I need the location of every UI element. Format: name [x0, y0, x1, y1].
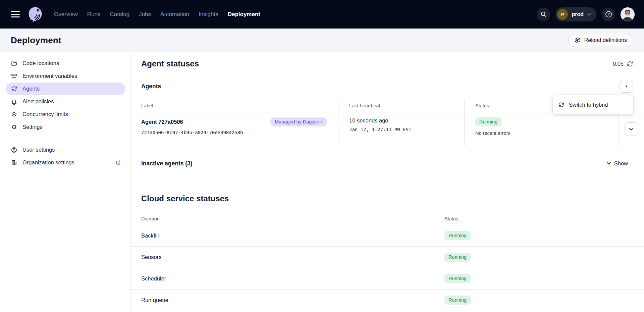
sidebar-item-concurrency-limits[interactable]: Concurrency limits: [6, 108, 125, 120]
countdown-value: 0:05: [613, 61, 624, 67]
daemon-name: Sensors: [130, 247, 439, 268]
sidebar-item-label: Environment variables: [22, 73, 77, 79]
user-avatar[interactable]: [621, 7, 635, 21]
daemon-name: Scheduler: [130, 268, 439, 289]
refresh-icon[interactable]: [627, 61, 633, 67]
deployment-initial-badge: P: [557, 9, 568, 20]
nav-item-insights[interactable]: Insights: [199, 11, 218, 18]
agent-uuid: 727a0506-8c97-4b95-a024-70ee3984258b: [141, 130, 338, 135]
help-button[interactable]: ?: [602, 8, 615, 21]
deployment-sidebar: Code locations *** Environment variables: [0, 52, 130, 312]
status-badge: Running: [444, 253, 471, 262]
cloud-services-table: Daemon Status Backfill Running Sensors R…: [130, 212, 644, 311]
folder-icon: [11, 60, 17, 66]
sidebar-item-label: Code locations: [22, 60, 59, 66]
agent-sync-icon: [558, 102, 564, 108]
nav-item-overview[interactable]: Overview: [54, 11, 78, 18]
status-badge: Running: [444, 296, 471, 305]
column-header-status: Status: [439, 212, 644, 225]
primary-nav: Overview Runs Catalog Jobs Automation In…: [54, 11, 260, 18]
agents-section-title: Agents: [141, 83, 161, 90]
sidebar-item-alert-policies[interactable]: Alert policies: [6, 95, 125, 108]
sidebar-item-label: User settings: [22, 147, 55, 153]
agent-sync-icon: [11, 86, 17, 92]
agents-actions-dropdown-button[interactable]: ▾: [620, 80, 633, 93]
table-row: Sensors Running: [130, 247, 644, 268]
top-nav: Overview Runs Catalog Jobs Automation In…: [0, 0, 644, 29]
caret-down-icon: ▾: [625, 84, 627, 89]
nav-item-runs[interactable]: Runs: [87, 11, 101, 18]
sidebar-item-code-locations[interactable]: Code locations: [6, 57, 125, 69]
heartbeat-timestamp: Jan 17, 1:27:11 PM EST: [349, 127, 464, 132]
agent-name: Agent 727a0506: [141, 119, 183, 125]
sidebar-item-label: Organization settings: [22, 159, 74, 166]
sidebar-item-label: Settings: [22, 124, 43, 130]
agent-statuses-title: Agent statuses: [141, 59, 199, 68]
nav-item-automation[interactable]: Automation: [160, 11, 189, 18]
column-header-daemon: Daemon: [130, 212, 439, 225]
menu-item-label: Switch to hybrid: [569, 102, 608, 108]
refresh-countdown: 0:05: [613, 61, 633, 67]
bell-icon: [11, 99, 17, 105]
asterisks-icon: ***: [11, 73, 17, 79]
status-badge: Running: [444, 274, 471, 283]
nav-right-cluster: P prod ?: [537, 7, 635, 21]
menu-item-switch-to-hybrid[interactable]: Switch to hybrid: [553, 97, 633, 112]
nav-item-catalog[interactable]: Catalog: [110, 11, 130, 18]
nav-item-jobs[interactable]: Jobs: [139, 11, 151, 18]
reload-package-icon: [575, 37, 581, 44]
status-note: No recent errors: [475, 131, 619, 136]
status-badge: Running: [475, 117, 501, 126]
building-icon: [11, 160, 17, 166]
status-badge: Running: [444, 231, 471, 240]
help-icon: ?: [605, 11, 612, 18]
daemon-name: Run queue: [130, 290, 439, 311]
table-row: Backfill Running: [130, 225, 644, 247]
sidebar-item-label: Concurrency limits: [22, 111, 68, 117]
search-button[interactable]: [537, 8, 550, 21]
gear-icon: ⚙: [11, 124, 17, 130]
page-header: Deployment Reload definitions: [0, 29, 644, 52]
layers-icon: [11, 111, 17, 117]
heartbeat-relative: 10 seconds ago: [349, 117, 464, 124]
cloud-table-header: Daemon Status: [130, 212, 644, 225]
table-row: Scheduler Running: [130, 268, 644, 290]
sidebar-item-agents[interactable]: Agents: [6, 83, 125, 95]
column-header-last-heartbeat: Last heartbeat: [338, 99, 465, 112]
reload-definitions-label: Reload definitions: [584, 37, 627, 43]
search-icon: [540, 11, 547, 17]
svg-text:***: ***: [11, 73, 17, 78]
user-circle-icon: [11, 147, 17, 153]
chevron-down-icon: [607, 162, 611, 165]
table-row: Run queue Running: [130, 290, 644, 311]
sidebar-item-user-settings[interactable]: User settings: [6, 144, 125, 156]
agent-row: Agent 727a0506 Managed by Dagster+ 727a0…: [130, 112, 644, 146]
show-label: Show: [614, 160, 628, 167]
inactive-agents-show-toggle[interactable]: Show: [607, 160, 628, 167]
deployment-name: prod: [572, 11, 584, 17]
daemon-name: Backfill: [130, 225, 439, 246]
chevron-down-icon: [629, 128, 634, 131]
column-header-label: Label: [130, 99, 338, 112]
sidebar-item-label: Agents: [22, 86, 40, 92]
svg-text:?: ?: [607, 12, 610, 16]
agent-row-expand-button[interactable]: [625, 122, 638, 136]
nav-item-deployment[interactable]: Deployment: [228, 11, 260, 18]
sidebar-item-label: Alert policies: [22, 98, 54, 105]
reload-definitions-button[interactable]: Reload definitions: [568, 34, 633, 47]
cloud-service-statuses-title: Cloud service statuses: [141, 194, 644, 203]
page-title: Deployment: [11, 35, 61, 46]
sidebar-divider: [6, 138, 125, 138]
chevron-down-icon: [587, 13, 591, 16]
deployment-switcher[interactable]: P prod: [555, 7, 596, 21]
hamburger-menu-icon[interactable]: [11, 11, 20, 18]
agents-actions-menu: Switch to hybrid: [553, 95, 633, 114]
sidebar-item-organization-settings[interactable]: Organization settings: [6, 156, 125, 169]
dagster-logo-icon[interactable]: [26, 6, 44, 23]
managed-by-dagster-badge: Managed by Dagster+: [270, 117, 327, 126]
sidebar-item-settings[interactable]: ⚙ Settings: [6, 121, 125, 133]
main-content: Agent statuses 0:05 Agents ▾: [130, 52, 644, 312]
sidebar-item-environment-variables[interactable]: *** Environment variables: [6, 70, 125, 82]
external-link-icon: [115, 160, 121, 165]
inactive-agents-title: Inactive agents (3): [141, 160, 193, 167]
